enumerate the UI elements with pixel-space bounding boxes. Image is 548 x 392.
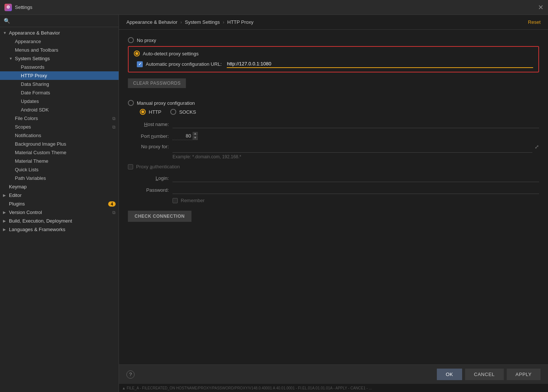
password-input[interactable]	[173, 186, 539, 194]
remember-row: Remember	[128, 198, 539, 203]
check-connection-button[interactable]: CHECK CONNECTION	[128, 211, 191, 222]
auto-detect-radio[interactable]	[134, 51, 140, 56]
no-proxy-for-label: No proxy for:	[128, 144, 173, 149]
arrow-icon: ▶	[3, 219, 7, 223]
sidebar-item-languages[interactable]: ▶ Languages & Frameworks	[0, 225, 119, 234]
remember-label: Remember	[181, 198, 204, 203]
auto-detect-label: Auto-detect proxy settings	[143, 51, 199, 56]
auto-config-checkbox[interactable]: ✓	[137, 61, 143, 67]
sidebar-item-label: Data Sharing	[21, 81, 116, 87]
expand-icon[interactable]: ⤢	[535, 144, 539, 150]
status-bar: ▲ FILE_A - FILECREATED_ON HOSTNAME/PROXY…	[119, 384, 548, 392]
app-icon: ⚙	[4, 4, 12, 11]
breadcrumb: Appearance & Behavior › System Settings …	[119, 15, 548, 30]
url-field-wrapper	[227, 60, 533, 68]
close-button[interactable]: ✕	[538, 4, 544, 11]
breadcrumb-part2[interactable]: System Settings	[185, 19, 220, 25]
sidebar-item-label: HTTP Proxy	[21, 73, 116, 78]
proxy-auth-label: Proxy authentication	[136, 164, 180, 169]
http-radio-option[interactable]: HTTP	[140, 109, 161, 115]
search-bar: 🔍	[0, 15, 119, 27]
no-proxy-option[interactable]: No proxy	[128, 37, 539, 43]
no-proxy-for-row: No proxy for: ⤢	[128, 144, 539, 153]
socks-radio-option[interactable]: SOCKS	[170, 109, 196, 115]
title-bar-left: ⚙ Settings	[4, 4, 32, 11]
sidebar-item-updates[interactable]: Updates	[0, 97, 119, 106]
socks-radio[interactable]	[170, 109, 176, 115]
sidebar-item-editor[interactable]: ▶ Editor	[0, 191, 119, 200]
sidebar-item-file-colors[interactable]: File Colors ⧉	[0, 114, 119, 123]
sidebar-item-background-image-plus[interactable]: Background Image Plus	[0, 140, 119, 148]
no-proxy-radio[interactable]	[128, 37, 134, 43]
remember-checkbox[interactable]	[173, 198, 178, 203]
port-increment-button[interactable]: ▲	[193, 132, 198, 136]
sidebar-item-label: Keymap	[9, 184, 116, 189]
sidebar-item-build[interactable]: ▶ Build, Execution, Deployment	[0, 217, 119, 225]
auto-detect-content: ✓ Automatic proxy configuration URL:	[134, 60, 533, 68]
sidebar-item-path-variables[interactable]: Path Variables	[0, 174, 119, 182]
no-proxy-for-input[interactable]	[173, 144, 532, 153]
port-decrement-button[interactable]: ▼	[193, 136, 198, 140]
manual-proxy-option[interactable]: Manual proxy configuration	[128, 100, 539, 106]
reset-button[interactable]: Reset	[528, 19, 541, 25]
ok-button[interactable]: OK	[437, 369, 462, 380]
apply-button[interactable]: APPLY	[507, 369, 541, 380]
auto-detect-box: Auto-detect proxy settings ✓ Automatic p…	[128, 46, 539, 72]
help-button[interactable]: ?	[126, 370, 135, 379]
host-name-input[interactable]	[173, 120, 539, 128]
auto-config-url-input[interactable]	[227, 60, 533, 67]
clear-passwords-button[interactable]: CLEAR PASSWORDS	[128, 78, 186, 88]
sidebar-item-appearance[interactable]: Appearance	[0, 37, 119, 46]
bottom-bar: ? OK CANCEL APPLY	[119, 365, 548, 384]
sidebar-item-label: Android SDK	[21, 107, 116, 113]
copy-icon: ⧉	[112, 124, 116, 130]
sidebar-item-label: Scopes	[15, 124, 109, 130]
sidebar-item-menus-toolbars[interactable]: Menus and Toolbars	[0, 46, 119, 54]
sidebar-item-label: Notifications	[15, 133, 116, 138]
proxy-auth-checkbox[interactable]	[128, 164, 133, 169]
sidebar-item-quick-lists[interactable]: Quick Lists	[0, 165, 119, 174]
sidebar-item-version-control[interactable]: ▶ Version Control ⧉	[0, 208, 119, 217]
sidebar-item-material-custom-theme[interactable]: Material Custom Theme	[0, 148, 119, 157]
window-title: Settings	[15, 4, 32, 10]
sidebar-item-material-theme[interactable]: Material Theme	[0, 157, 119, 165]
sidebar-item-appearance-behavior[interactable]: ▼ Appearance & Behavior	[0, 29, 119, 37]
sidebar-item-passwords[interactable]: Passwords	[0, 63, 119, 71]
auto-config-checkbox-wrapper: ✓ Automatic proxy configuration URL:	[137, 61, 222, 67]
status-text: ▲ FILE_A - FILECREATED_ON HOSTNAME/PROXY…	[122, 386, 372, 390]
login-input[interactable]	[173, 174, 539, 182]
sidebar-item-label: Updates	[21, 98, 116, 104]
sidebar-item-data-sharing[interactable]: Data Sharing	[0, 80, 119, 88]
sidebar-item-http-proxy[interactable]: HTTP Proxy	[0, 71, 119, 80]
sidebar-item-label: File Colors	[15, 116, 109, 121]
socks-label: SOCKS	[179, 109, 196, 115]
sidebar-item-label: Plugins	[9, 201, 107, 207]
http-radio[interactable]	[140, 109, 146, 115]
sidebar-item-date-formats[interactable]: Date Formats	[0, 88, 119, 97]
sidebar-item-plugins[interactable]: Plugins 4	[0, 200, 119, 208]
manual-proxy-radio[interactable]	[128, 100, 134, 106]
cancel-button[interactable]: CANCEL	[465, 369, 504, 380]
search-input[interactable]	[12, 18, 115, 24]
breadcrumb-sep1: ›	[180, 20, 182, 25]
proxy-auth-row: Proxy authentication	[128, 164, 539, 169]
no-proxy-label: No proxy	[137, 38, 156, 43]
sidebar-item-android-sdk[interactable]: Android SDK	[0, 106, 119, 114]
breadcrumb-part1[interactable]: Appearance & Behavior	[126, 19, 177, 25]
clear-passwords-wrapper: CLEAR PASSWORDS	[128, 78, 539, 94]
sidebar-item-system-settings[interactable]: ▼ System Settings	[0, 54, 119, 63]
sidebar-item-keymap[interactable]: Keymap	[0, 182, 119, 191]
settings-panel: No proxy Auto-detect proxy settings ✓ Au…	[119, 30, 548, 365]
arrow-icon: ▼	[9, 56, 13, 61]
sidebar-item-notifications[interactable]: Notifications	[0, 131, 119, 140]
sidebar-item-label: Material Custom Theme	[15, 150, 116, 155]
sidebar-item-label: System Settings	[15, 56, 116, 61]
sidebar-item-label: Background Image Plus	[15, 141, 116, 147]
port-input[interactable]	[173, 133, 191, 139]
sidebar-item-label: Version Control	[9, 210, 109, 215]
plugins-badge: 4	[108, 201, 116, 207]
arrow-icon: ▶	[3, 227, 7, 231]
sidebar-item-label: Appearance & Behavior	[9, 30, 116, 36]
sidebar-item-scopes[interactable]: Scopes ⧉	[0, 123, 119, 131]
port-label: Port number:	[128, 133, 173, 139]
